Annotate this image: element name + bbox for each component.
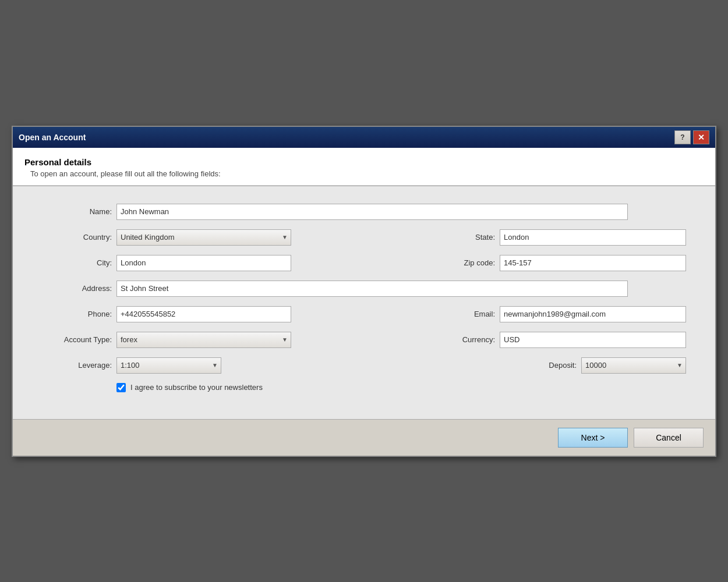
phone-input[interactable] <box>116 306 291 322</box>
leverage-group: Leverage: 1:100 1:200 1:500 ▼ <box>42 357 221 374</box>
state-group: State: <box>475 229 686 246</box>
account-type-select[interactable]: forex cfd crypto <box>116 332 291 348</box>
country-state-row: Country: United Kingdom United States Ge… <box>42 229 686 246</box>
account-type-label: Account Type: <box>42 335 112 344</box>
country-select[interactable]: United Kingdom United States Germany Fra… <box>116 229 291 246</box>
zip-group: Zip code: <box>464 255 686 271</box>
cancel-button[interactable]: Cancel <box>634 428 704 448</box>
city-input[interactable] <box>116 255 291 271</box>
deposit-select-wrapper: 10000 5000 25000 50000 ▼ <box>581 357 686 374</box>
personal-details-title: Personal details <box>24 157 704 167</box>
phone-group: Phone: <box>42 306 291 322</box>
newsletter-checkbox[interactable] <box>116 383 126 392</box>
dialog-content: Personal details To open an account, ple… <box>13 148 715 419</box>
address-label: Address: <box>42 284 112 293</box>
personal-details-subtitle: To open an account, please fill out all … <box>24 169 704 178</box>
city-zip-row: City: Zip code: <box>42 255 686 271</box>
country-group: Country: United Kingdom United States Ge… <box>42 229 291 246</box>
currency-label: Currency: <box>462 335 495 344</box>
personal-details-header: Personal details To open an account, ple… <box>13 148 715 186</box>
leverage-select[interactable]: 1:100 1:200 1:500 <box>116 357 221 374</box>
account-type-select-wrapper: forex cfd crypto ▼ <box>116 332 291 348</box>
title-bar: Open an Account ? ✕ <box>13 127 715 148</box>
dialog-title: Open an Account <box>19 133 86 142</box>
email-label: Email: <box>474 310 495 318</box>
leverage-select-wrapper: 1:100 1:200 1:500 ▼ <box>116 357 221 374</box>
country-select-wrapper: United Kingdom United States Germany Fra… <box>116 229 291 246</box>
account-currency-row: Account Type: forex cfd crypto ▼ Currenc… <box>42 332 686 348</box>
currency-group: Currency: <box>462 332 686 348</box>
open-account-dialog: Open an Account ? ✕ Personal details To … <box>12 126 716 457</box>
zip-input[interactable] <box>500 255 686 271</box>
leverage-label: Leverage: <box>42 361 112 370</box>
state-label: State: <box>475 233 495 242</box>
title-bar-buttons: ? ✕ <box>674 130 709 144</box>
help-button[interactable]: ? <box>674 130 691 144</box>
newsletter-checkbox-label: I agree to subscribe to your newsletters <box>130 383 263 392</box>
form-area: Name: Country: United Kingdom United Sta… <box>13 186 715 419</box>
account-type-group: Account Type: forex cfd crypto ▼ <box>42 332 291 348</box>
deposit-group: Deposit: 10000 5000 25000 50000 ▼ <box>549 357 686 374</box>
currency-input[interactable] <box>500 332 686 348</box>
deposit-label: Deposit: <box>549 361 577 370</box>
next-button[interactable]: Next > <box>558 428 628 448</box>
address-input[interactable] <box>116 281 628 297</box>
newsletter-checkbox-row: I agree to subscribe to your newsletters <box>42 383 686 392</box>
bottom-bar: Next > Cancel <box>13 419 715 456</box>
name-label: Name: <box>42 207 112 216</box>
close-button[interactable]: ✕ <box>693 130 709 144</box>
phone-email-row: Phone: Email: <box>42 306 686 322</box>
email-input[interactable] <box>500 306 686 322</box>
deposit-select[interactable]: 10000 5000 25000 50000 <box>581 357 686 374</box>
zip-label: Zip code: <box>464 258 495 267</box>
phone-label: Phone: <box>42 310 112 318</box>
city-group: City: <box>42 255 291 271</box>
leverage-deposit-row: Leverage: 1:100 1:200 1:500 ▼ Deposit: <box>42 357 686 374</box>
address-row: Address: <box>42 281 686 297</box>
email-group: Email: <box>474 306 686 322</box>
city-label: City: <box>42 258 112 267</box>
name-input[interactable] <box>116 204 628 220</box>
country-label: Country: <box>42 233 112 242</box>
state-input[interactable] <box>500 229 686 246</box>
name-row: Name: <box>42 204 686 220</box>
